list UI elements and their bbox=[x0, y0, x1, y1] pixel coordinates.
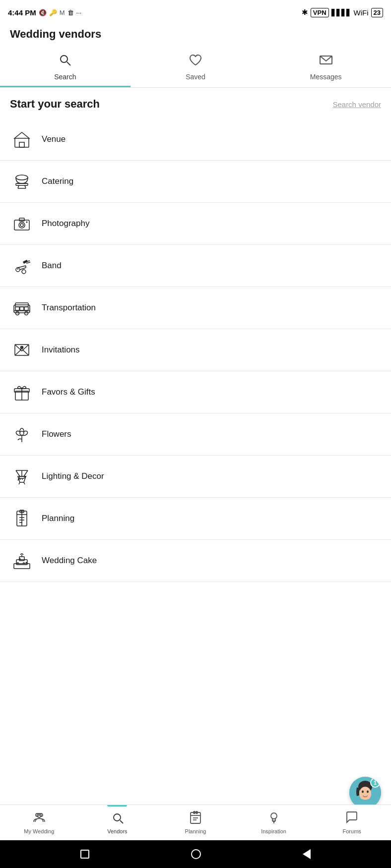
chat-avatar-bubble[interactable]: 1 bbox=[349, 777, 381, 809]
nav-vendors-label: Vendors bbox=[107, 828, 127, 834]
svg-rect-4 bbox=[19, 142, 24, 147]
nav-planning-label: Planning bbox=[185, 828, 206, 834]
heart-tab-icon bbox=[188, 53, 203, 71]
nav-forums-label: Forums bbox=[343, 828, 361, 834]
favors-gifts-label: Favors & Gifts bbox=[42, 387, 95, 397]
svg-point-67 bbox=[367, 791, 369, 793]
svg-line-19 bbox=[18, 266, 26, 268]
band-label: Band bbox=[42, 261, 62, 271]
forums-icon bbox=[345, 811, 358, 827]
svg-point-66 bbox=[362, 791, 364, 793]
planning-label: Planning bbox=[42, 514, 74, 523]
more-icon: ··· bbox=[76, 9, 82, 16]
category-item-wedding-cake[interactable]: Wedding Cake bbox=[0, 540, 391, 582]
svg-point-27 bbox=[25, 312, 28, 315]
category-item-invitations[interactable]: Invitations bbox=[0, 329, 391, 371]
catering-label: Catering bbox=[42, 176, 73, 186]
inspiration-icon bbox=[267, 811, 280, 827]
invitations-label: Invitations bbox=[42, 345, 80, 355]
svg-line-8 bbox=[18, 185, 19, 188]
app-header: Wedding vendors bbox=[0, 24, 391, 47]
nav-item-my-wedding[interactable]: My Wedding bbox=[0, 805, 78, 840]
svg-rect-28 bbox=[15, 307, 19, 310]
tab-messages-label: Messages bbox=[310, 73, 342, 81]
main-content: Start your search Search vendor Venue bbox=[0, 88, 391, 805]
venue-icon bbox=[10, 127, 34, 151]
svg-rect-7 bbox=[16, 183, 28, 185]
svg-line-44 bbox=[24, 470, 28, 476]
svg-point-0 bbox=[61, 56, 67, 62]
category-item-planning[interactable]: Planning bbox=[0, 498, 391, 540]
bottom-nav: My Wedding Vendors Planning bbox=[0, 805, 391, 840]
android-recent-button[interactable] bbox=[80, 850, 89, 859]
svg-rect-30 bbox=[24, 307, 28, 310]
search-header: Start your search Search vendor bbox=[0, 88, 391, 118]
key-icon: 🔑 bbox=[49, 9, 57, 16]
svg-point-65 bbox=[359, 787, 371, 801]
nav-item-forums[interactable]: Forums bbox=[313, 805, 391, 840]
tab-search[interactable]: Search bbox=[0, 47, 130, 87]
nav-item-inspiration[interactable]: Inspiration bbox=[235, 805, 313, 840]
wifi-icon: WiFi bbox=[354, 8, 369, 17]
planning-icon bbox=[10, 507, 34, 530]
chat-badge: 1 bbox=[370, 778, 380, 788]
catering-icon bbox=[10, 170, 34, 193]
favors-gifts-icon bbox=[10, 380, 34, 404]
mute-icon: 🔇 bbox=[39, 9, 47, 16]
svg-line-23 bbox=[26, 262, 30, 263]
signal-icon: ▋▋▋▋ bbox=[331, 9, 351, 16]
svg-point-5 bbox=[16, 175, 28, 180]
svg-rect-14 bbox=[19, 218, 24, 221]
category-item-venue[interactable]: Venue bbox=[0, 118, 391, 161]
svg-line-72 bbox=[120, 820, 123, 823]
gmail-icon: M bbox=[60, 9, 65, 16]
category-item-flowers[interactable]: Flowers bbox=[0, 413, 391, 456]
svg-point-12 bbox=[19, 222, 25, 228]
svg-point-15 bbox=[26, 222, 28, 223]
category-item-catering[interactable]: Catering bbox=[0, 161, 391, 203]
flowers-label: Flowers bbox=[42, 429, 71, 439]
category-item-transportation[interactable]: Transportation bbox=[0, 287, 391, 329]
transportation-label: Transportation bbox=[42, 303, 96, 313]
nav-item-vendors[interactable]: Vendors bbox=[78, 805, 157, 840]
wedding-cake-label: Wedding Cake bbox=[42, 556, 97, 566]
mail-tab-icon bbox=[319, 53, 333, 71]
status-bar: 4:44 PM 🔇 🔑 M 🗑 ··· ✱ VPN ▋▋▋▋ WiFi 23 bbox=[0, 0, 391, 24]
nav-item-planning[interactable]: Planning bbox=[156, 805, 235, 840]
battery-indicator: 23 bbox=[371, 8, 383, 17]
photography-label: Photography bbox=[42, 219, 89, 229]
tab-saved[interactable]: Saved bbox=[130, 47, 261, 87]
svg-line-48 bbox=[24, 482, 25, 484]
tab-saved-label: Saved bbox=[186, 73, 205, 81]
trash-icon: 🗑 bbox=[67, 9, 74, 16]
lighting-decor-icon bbox=[10, 464, 34, 488]
my-wedding-icon bbox=[33, 811, 46, 827]
bluetooth-icon: ✱ bbox=[302, 8, 308, 17]
tab-messages[interactable]: Messages bbox=[261, 47, 391, 87]
status-time: 4:44 PM bbox=[8, 8, 36, 17]
venue-label: Venue bbox=[42, 134, 65, 144]
svg-point-71 bbox=[114, 814, 121, 821]
android-back-button[interactable] bbox=[303, 849, 311, 859]
vpn-badge: VPN bbox=[311, 8, 329, 17]
android-home-button[interactable] bbox=[191, 849, 201, 859]
planning-nav-icon bbox=[189, 811, 202, 827]
transportation-icon bbox=[10, 296, 34, 320]
svg-rect-3 bbox=[15, 138, 29, 147]
category-item-photography[interactable]: Photography bbox=[0, 203, 391, 245]
svg-point-17 bbox=[22, 270, 26, 274]
svg-line-47 bbox=[19, 482, 20, 484]
category-item-favors-gifts[interactable]: Favors & Gifts bbox=[0, 371, 391, 413]
svg-line-18 bbox=[20, 268, 26, 270]
tabs-container: Search Saved Messages bbox=[0, 47, 391, 88]
page-title: Wedding vendors bbox=[10, 28, 381, 41]
tab-search-label: Search bbox=[54, 73, 76, 81]
category-item-band[interactable]: Band bbox=[0, 245, 391, 287]
wedding-cake-icon bbox=[10, 549, 34, 573]
android-nav-bar bbox=[0, 840, 391, 868]
search-vendor-link[interactable]: Search vendor bbox=[332, 100, 381, 109]
nav-inspiration-label: Inspiration bbox=[261, 828, 286, 834]
photography-icon bbox=[10, 212, 34, 235]
svg-point-62 bbox=[26, 562, 27, 564]
category-item-lighting-decor[interactable]: Lighting & Decor bbox=[0, 456, 391, 498]
